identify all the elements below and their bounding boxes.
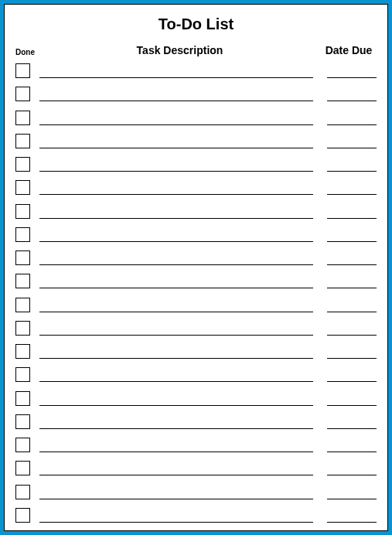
done-checkbox[interactable]	[15, 367, 30, 382]
todo-page: To-Do List Done Task Description Date Du…	[4, 4, 388, 531]
date-input-line[interactable]	[327, 319, 377, 336]
task-row	[15, 202, 377, 219]
task-row	[15, 412, 377, 429]
task-input-line[interactable]	[39, 131, 313, 148]
task-input-line[interactable]	[39, 295, 313, 312]
task-row	[15, 178, 377, 195]
date-input-line[interactable]	[327, 342, 377, 359]
done-checkbox[interactable]	[15, 461, 30, 475]
done-checkbox[interactable]	[15, 344, 30, 359]
done-header: Done	[15, 48, 39, 56]
task-row	[15, 295, 377, 312]
task-row	[15, 108, 377, 125]
task-row	[15, 435, 377, 452]
task-row	[15, 84, 377, 101]
date-input-line[interactable]	[327, 202, 377, 219]
date-input-line[interactable]	[327, 389, 377, 406]
task-row	[15, 271, 377, 288]
date-input-line[interactable]	[327, 482, 377, 499]
date-input-line[interactable]	[327, 295, 377, 312]
done-checkbox[interactable]	[15, 134, 30, 148]
task-input-line[interactable]	[39, 342, 313, 359]
date-input-line[interactable]	[327, 178, 377, 195]
done-checkbox[interactable]	[15, 485, 30, 499]
page-title: To-Do List	[15, 15, 377, 33]
task-input-line[interactable]	[39, 178, 313, 195]
done-checkbox[interactable]	[15, 180, 30, 195]
task-header: Task Description	[39, 44, 321, 56]
task-input-line[interactable]	[39, 108, 313, 125]
task-input-line[interactable]	[39, 84, 313, 101]
date-header: Date Due	[321, 44, 377, 56]
task-input-line[interactable]	[39, 319, 313, 336]
done-checkbox[interactable]	[15, 274, 30, 288]
task-row	[15, 506, 377, 523]
date-input-line[interactable]	[327, 108, 377, 125]
done-checkbox[interactable]	[15, 508, 30, 523]
date-input-line[interactable]	[327, 271, 377, 288]
done-checkbox[interactable]	[15, 87, 30, 101]
task-input-line[interactable]	[39, 482, 313, 499]
date-input-line[interactable]	[327, 506, 377, 523]
task-input-line[interactable]	[39, 506, 313, 523]
done-checkbox[interactable]	[15, 298, 30, 312]
task-input-line[interactable]	[39, 458, 313, 475]
date-input-line[interactable]	[327, 131, 377, 148]
task-input-line[interactable]	[39, 389, 313, 406]
date-input-line[interactable]	[327, 248, 377, 265]
task-row	[15, 365, 377, 382]
task-input-line[interactable]	[39, 155, 313, 172]
task-input-line[interactable]	[39, 248, 313, 265]
column-headers: Done Task Description Date Due	[15, 44, 377, 56]
task-row	[15, 155, 377, 172]
date-input-line[interactable]	[327, 225, 377, 242]
task-row	[15, 458, 377, 475]
task-input-line[interactable]	[39, 202, 313, 219]
done-checkbox[interactable]	[15, 414, 30, 429]
done-checkbox[interactable]	[15, 438, 30, 452]
task-row	[15, 61, 377, 78]
task-input-line[interactable]	[39, 365, 313, 382]
task-row	[15, 482, 377, 499]
done-checkbox[interactable]	[15, 63, 30, 78]
task-row	[15, 131, 377, 148]
task-input-line[interactable]	[39, 435, 313, 452]
date-input-line[interactable]	[327, 84, 377, 101]
date-input-line[interactable]	[327, 412, 377, 429]
task-row	[15, 248, 377, 265]
task-row	[15, 342, 377, 359]
date-input-line[interactable]	[327, 155, 377, 172]
done-checkbox[interactable]	[15, 321, 30, 336]
done-checkbox[interactable]	[15, 111, 30, 125]
done-checkbox[interactable]	[15, 391, 30, 406]
task-input-line[interactable]	[39, 225, 313, 242]
task-row	[15, 389, 377, 406]
task-rows	[15, 61, 377, 523]
date-input-line[interactable]	[327, 61, 377, 78]
done-checkbox[interactable]	[15, 227, 30, 242]
date-input-line[interactable]	[327, 365, 377, 382]
date-input-line[interactable]	[327, 458, 377, 475]
task-input-line[interactable]	[39, 61, 313, 78]
done-checkbox[interactable]	[15, 157, 30, 172]
date-input-line[interactable]	[327, 435, 377, 452]
done-checkbox[interactable]	[15, 250, 30, 265]
task-row	[15, 225, 377, 242]
done-checkbox[interactable]	[15, 204, 30, 219]
task-row	[15, 319, 377, 336]
task-input-line[interactable]	[39, 271, 313, 288]
task-input-line[interactable]	[39, 412, 313, 429]
